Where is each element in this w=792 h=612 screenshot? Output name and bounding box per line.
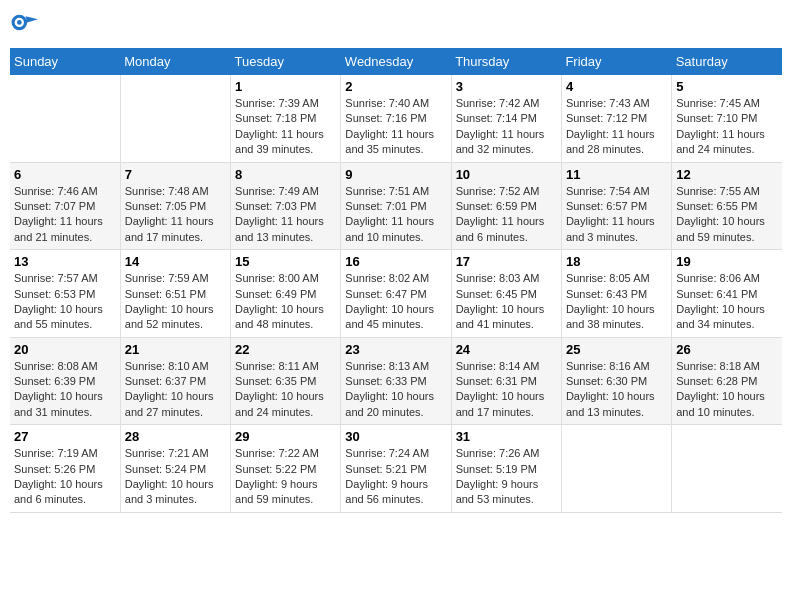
cell-daylight: Daylight: 10 hours and 38 minutes.	[566, 303, 655, 330]
cell-sunset: Sunset: 6:39 PM	[14, 375, 95, 387]
day-header-thursday: Thursday	[451, 48, 561, 75]
cell-sunset: Sunset: 6:47 PM	[345, 288, 426, 300]
day-number: 29	[235, 429, 336, 444]
calendar-cell: 20 Sunrise: 8:08 AM Sunset: 6:39 PM Dayl…	[10, 337, 120, 425]
calendar-week-row: 27 Sunrise: 7:19 AM Sunset: 5:26 PM Dayl…	[10, 425, 782, 513]
cell-sunset: Sunset: 5:21 PM	[345, 463, 426, 475]
cell-sunset: Sunset: 5:26 PM	[14, 463, 95, 475]
day-header-sunday: Sunday	[10, 48, 120, 75]
cell-sunset: Sunset: 6:41 PM	[676, 288, 757, 300]
cell-daylight: Daylight: 10 hours and 59 minutes.	[676, 215, 765, 242]
cell-sunrise: Sunrise: 7:49 AM	[235, 185, 319, 197]
calendar-cell: 2 Sunrise: 7:40 AM Sunset: 7:16 PM Dayli…	[341, 75, 451, 162]
cell-sunrise: Sunrise: 7:24 AM	[345, 447, 429, 459]
cell-daylight: Daylight: 10 hours and 48 minutes.	[235, 303, 324, 330]
cell-daylight: Daylight: 11 hours and 13 minutes.	[235, 215, 324, 242]
cell-sunset: Sunset: 6:31 PM	[456, 375, 537, 387]
day-number: 19	[676, 254, 778, 269]
cell-daylight: Daylight: 10 hours and 31 minutes.	[14, 390, 103, 417]
cell-daylight: Daylight: 10 hours and 41 minutes.	[456, 303, 545, 330]
calendar-cell: 5 Sunrise: 7:45 AM Sunset: 7:10 PM Dayli…	[672, 75, 782, 162]
calendar-cell: 11 Sunrise: 7:54 AM Sunset: 6:57 PM Dayl…	[561, 162, 671, 250]
calendar-cell: 29 Sunrise: 7:22 AM Sunset: 5:22 PM Dayl…	[231, 425, 341, 513]
day-number: 12	[676, 167, 778, 182]
cell-daylight: Daylight: 10 hours and 3 minutes.	[125, 478, 214, 505]
calendar-cell: 4 Sunrise: 7:43 AM Sunset: 7:12 PM Dayli…	[561, 75, 671, 162]
calendar-cell: 21 Sunrise: 8:10 AM Sunset: 6:37 PM Dayl…	[120, 337, 230, 425]
cell-sunrise: Sunrise: 7:48 AM	[125, 185, 209, 197]
calendar-cell: 17 Sunrise: 8:03 AM Sunset: 6:45 PM Dayl…	[451, 250, 561, 338]
cell-sunrise: Sunrise: 7:51 AM	[345, 185, 429, 197]
cell-daylight: Daylight: 11 hours and 39 minutes.	[235, 128, 324, 155]
calendar-cell: 27 Sunrise: 7:19 AM Sunset: 5:26 PM Dayl…	[10, 425, 120, 513]
cell-daylight: Daylight: 10 hours and 34 minutes.	[676, 303, 765, 330]
cell-sunset: Sunset: 5:19 PM	[456, 463, 537, 475]
calendar-week-row: 13 Sunrise: 7:57 AM Sunset: 6:53 PM Dayl…	[10, 250, 782, 338]
calendar-week-row: 6 Sunrise: 7:46 AM Sunset: 7:07 PM Dayli…	[10, 162, 782, 250]
calendar-cell: 23 Sunrise: 8:13 AM Sunset: 6:33 PM Dayl…	[341, 337, 451, 425]
day-number: 30	[345, 429, 446, 444]
svg-point-2	[17, 20, 22, 25]
cell-daylight: Daylight: 11 hours and 28 minutes.	[566, 128, 655, 155]
cell-daylight: Daylight: 10 hours and 6 minutes.	[14, 478, 103, 505]
cell-sunrise: Sunrise: 7:57 AM	[14, 272, 98, 284]
cell-daylight: Daylight: 11 hours and 35 minutes.	[345, 128, 434, 155]
calendar-cell: 1 Sunrise: 7:39 AM Sunset: 7:18 PM Dayli…	[231, 75, 341, 162]
cell-sunrise: Sunrise: 8:13 AM	[345, 360, 429, 372]
day-number: 1	[235, 79, 336, 94]
cell-sunset: Sunset: 5:22 PM	[235, 463, 316, 475]
cell-sunrise: Sunrise: 7:54 AM	[566, 185, 650, 197]
cell-sunset: Sunset: 7:07 PM	[14, 200, 95, 212]
cell-sunset: Sunset: 6:49 PM	[235, 288, 316, 300]
cell-sunrise: Sunrise: 8:18 AM	[676, 360, 760, 372]
cell-sunset: Sunset: 6:53 PM	[14, 288, 95, 300]
calendar-table: SundayMondayTuesdayWednesdayThursdayFrid…	[10, 48, 782, 513]
cell-daylight: Daylight: 9 hours and 59 minutes.	[235, 478, 318, 505]
day-number: 3	[456, 79, 557, 94]
day-header-wednesday: Wednesday	[341, 48, 451, 75]
cell-sunset: Sunset: 6:43 PM	[566, 288, 647, 300]
cell-daylight: Daylight: 10 hours and 10 minutes.	[676, 390, 765, 417]
calendar-cell	[10, 75, 120, 162]
day-number: 15	[235, 254, 336, 269]
cell-sunset: Sunset: 6:30 PM	[566, 375, 647, 387]
calendar-cell: 19 Sunrise: 8:06 AM Sunset: 6:41 PM Dayl…	[672, 250, 782, 338]
cell-sunrise: Sunrise: 8:14 AM	[456, 360, 540, 372]
calendar-cell: 26 Sunrise: 8:18 AM Sunset: 6:28 PM Dayl…	[672, 337, 782, 425]
day-number: 18	[566, 254, 667, 269]
calendar-cell: 28 Sunrise: 7:21 AM Sunset: 5:24 PM Dayl…	[120, 425, 230, 513]
day-number: 26	[676, 342, 778, 357]
cell-daylight: Daylight: 11 hours and 24 minutes.	[676, 128, 765, 155]
day-header-saturday: Saturday	[672, 48, 782, 75]
cell-sunrise: Sunrise: 7:22 AM	[235, 447, 319, 459]
cell-sunrise: Sunrise: 8:10 AM	[125, 360, 209, 372]
cell-daylight: Daylight: 10 hours and 24 minutes.	[235, 390, 324, 417]
calendar-cell: 18 Sunrise: 8:05 AM Sunset: 6:43 PM Dayl…	[561, 250, 671, 338]
cell-sunset: Sunset: 6:33 PM	[345, 375, 426, 387]
cell-sunrise: Sunrise: 7:52 AM	[456, 185, 540, 197]
cell-sunset: Sunset: 7:18 PM	[235, 112, 316, 124]
cell-sunset: Sunset: 6:59 PM	[456, 200, 537, 212]
calendar-cell: 30 Sunrise: 7:24 AM Sunset: 5:21 PM Dayl…	[341, 425, 451, 513]
cell-sunrise: Sunrise: 7:55 AM	[676, 185, 760, 197]
cell-sunrise: Sunrise: 8:02 AM	[345, 272, 429, 284]
calendar-cell: 16 Sunrise: 8:02 AM Sunset: 6:47 PM Dayl…	[341, 250, 451, 338]
cell-daylight: Daylight: 11 hours and 10 minutes.	[345, 215, 434, 242]
day-number: 14	[125, 254, 226, 269]
cell-daylight: Daylight: 11 hours and 3 minutes.	[566, 215, 655, 242]
day-number: 22	[235, 342, 336, 357]
calendar-cell: 3 Sunrise: 7:42 AM Sunset: 7:14 PM Dayli…	[451, 75, 561, 162]
calendar-cell: 24 Sunrise: 8:14 AM Sunset: 6:31 PM Dayl…	[451, 337, 561, 425]
calendar-cell	[672, 425, 782, 513]
calendar-cell: 6 Sunrise: 7:46 AM Sunset: 7:07 PM Dayli…	[10, 162, 120, 250]
cell-sunset: Sunset: 6:28 PM	[676, 375, 757, 387]
calendar-cell: 7 Sunrise: 7:48 AM Sunset: 7:05 PM Dayli…	[120, 162, 230, 250]
day-header-friday: Friday	[561, 48, 671, 75]
cell-sunrise: Sunrise: 8:16 AM	[566, 360, 650, 372]
day-number: 4	[566, 79, 667, 94]
cell-sunrise: Sunrise: 7:43 AM	[566, 97, 650, 109]
day-number: 13	[14, 254, 116, 269]
cell-sunset: Sunset: 6:55 PM	[676, 200, 757, 212]
day-number: 9	[345, 167, 446, 182]
cell-sunset: Sunset: 7:12 PM	[566, 112, 647, 124]
